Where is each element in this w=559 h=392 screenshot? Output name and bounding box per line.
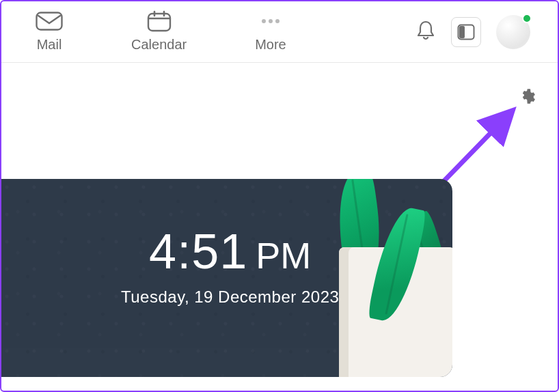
nav-more[interactable]: More	[255, 11, 286, 53]
content-area: 4:51 PM Tuesday, 19 December 2023	[1, 63, 558, 391]
nav-label: Calendar	[131, 37, 187, 53]
clock-ampm: PM	[256, 234, 311, 277]
clock-time: 4:51	[149, 223, 247, 279]
settings-button[interactable]	[517, 85, 540, 108]
gear-icon	[519, 87, 537, 105]
nav-calendar[interactable]: Calendar	[131, 11, 187, 53]
primary-nav: Mail Calendar	[36, 11, 286, 53]
nav-label: Mail	[37, 37, 62, 53]
mail-icon	[36, 11, 63, 31]
app-window: Mail Calendar	[0, 0, 559, 392]
calendar-icon	[146, 11, 173, 31]
account-avatar[interactable]	[496, 15, 530, 49]
clock-widget[interactable]: 4:51 PM Tuesday, 19 December 2023	[1, 179, 452, 377]
svg-point-7	[275, 19, 280, 23]
svg-rect-9	[459, 26, 465, 38]
top-bar: Mail Calendar	[1, 1, 558, 63]
notifications-button[interactable]	[415, 20, 436, 44]
header-actions	[415, 15, 530, 49]
more-icon	[257, 11, 284, 31]
nav-mail[interactable]: Mail	[36, 11, 63, 53]
presence-indicator	[522, 14, 532, 23]
panel-icon	[457, 24, 475, 40]
svg-rect-0	[37, 13, 62, 30]
nav-label: More	[255, 37, 286, 53]
svg-rect-1	[148, 14, 170, 31]
clock-time-row: 4:51 PM	[149, 223, 311, 279]
plant-decoration	[305, 179, 452, 377]
svg-point-6	[269, 19, 273, 23]
sidebar-toggle-button[interactable]	[451, 17, 481, 47]
svg-line-10	[435, 113, 510, 191]
bell-icon	[415, 20, 436, 42]
svg-point-5	[262, 19, 266, 23]
